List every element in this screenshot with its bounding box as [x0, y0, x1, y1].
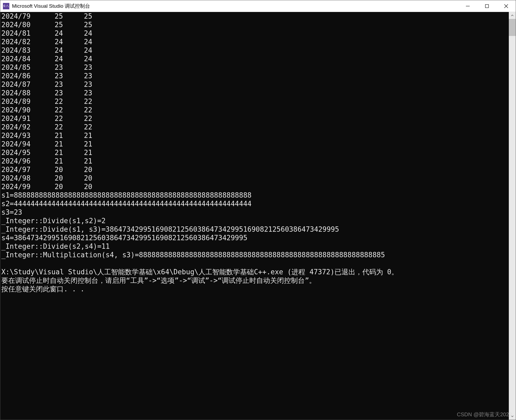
- table-row: 2024/932121: [1, 131, 508, 140]
- maximize-button[interactable]: [477, 0, 497, 12]
- minimize-icon: [466, 4, 470, 8]
- table-row: 2024/882323: [1, 89, 508, 97]
- date-cell: 2024/95: [1, 148, 55, 157]
- table-row: 2024/832424: [1, 46, 508, 55]
- scrollbar-thumb[interactable]: [509, 19, 516, 36]
- date-cell: 2024/91: [1, 114, 55, 123]
- table-row: 2024/942121: [1, 140, 508, 148]
- value-cell: 22: [55, 106, 84, 114]
- value-cell: 24: [55, 29, 84, 38]
- console-area: 2024/7925252024/8025252024/8124242024/82…: [0, 12, 516, 420]
- value-cell: 25: [84, 21, 103, 29]
- value-cell: 20: [84, 182, 103, 191]
- value-cell: 23: [55, 89, 84, 97]
- date-cell: 2024/81: [1, 29, 55, 38]
- date-cell: 2024/99: [1, 182, 55, 191]
- date-cell: 2024/82: [1, 38, 55, 46]
- line-s3: s3=23: [1, 208, 22, 216]
- value-cell: 22: [55, 114, 84, 123]
- table-row: 2024/852323: [1, 63, 508, 72]
- value-cell: 25: [55, 12, 84, 21]
- date-cell: 2024/86: [1, 72, 55, 80]
- value-cell: 21: [84, 140, 103, 148]
- value-cell: 22: [84, 114, 103, 123]
- minimize-button[interactable]: [458, 0, 477, 12]
- value-cell: 20: [55, 174, 84, 182]
- value-cell: 21: [55, 148, 84, 157]
- date-cell: 2024/94: [1, 140, 55, 148]
- value-cell: 22: [84, 97, 103, 106]
- value-cell: 22: [84, 106, 103, 114]
- close-button[interactable]: [497, 0, 516, 12]
- value-cell: 24: [55, 55, 84, 63]
- value-cell: 23: [84, 89, 103, 97]
- table-row: 2024/802525: [1, 21, 508, 29]
- date-cell: 2024/84: [1, 55, 55, 63]
- line-div3: _Integer::Divide(s2,s4)=11: [1, 242, 110, 250]
- table-row: 2024/902222: [1, 106, 508, 114]
- table-row: 2024/872323: [1, 80, 508, 89]
- date-cell: 2024/87: [1, 80, 55, 89]
- line-s1: s1=8888888888888888888888888888888888888…: [1, 191, 251, 199]
- line-hint: 要在调试停止时自动关闭控制台，请启用“工具”->“选项”->“调试”->“调试停…: [1, 276, 316, 284]
- date-cell: 2024/97: [1, 165, 55, 174]
- value-cell: 20: [55, 165, 84, 174]
- date-cell: 2024/83: [1, 46, 55, 55]
- app-window: C:\ Microsoft Visual Studio 调试控制台 2024/7…: [0, 0, 516, 420]
- svg-rect-1: [485, 5, 489, 8]
- console-output[interactable]: 2024/7925252024/8025252024/8124242024/82…: [0, 12, 509, 420]
- value-cell: 24: [84, 46, 103, 55]
- value-cell: 24: [55, 38, 84, 46]
- value-cell: 23: [84, 80, 103, 89]
- line-press: 按任意键关闭此窗口. . .: [1, 285, 84, 293]
- date-cell: 2024/80: [1, 21, 55, 29]
- table-row: 2024/982020: [1, 174, 508, 182]
- line-exit: X:\Study\Visual Studio\人工智能数学基础\x64\Debu…: [1, 268, 398, 276]
- table-row: 2024/922222: [1, 123, 508, 131]
- date-cell: 2024/90: [1, 106, 55, 114]
- value-cell: 25: [84, 12, 103, 21]
- chevron-up-icon: [511, 14, 514, 17]
- table-row: 2024/972020: [1, 165, 508, 174]
- value-cell: 23: [55, 80, 84, 89]
- line-s4: s4=3864734299516908212560386473429951690…: [1, 234, 247, 242]
- value-cell: 22: [55, 123, 84, 131]
- value-cell: 24: [84, 29, 103, 38]
- date-cell: 2024/85: [1, 63, 55, 72]
- title-bar[interactable]: C:\ Microsoft Visual Studio 调试控制台: [0, 0, 516, 12]
- value-cell: 23: [84, 72, 103, 80]
- value-cell: 20: [84, 165, 103, 174]
- value-cell: 20: [55, 182, 84, 191]
- value-cell: 23: [55, 72, 84, 80]
- vertical-scrollbar[interactable]: [509, 12, 516, 420]
- table-row: 2024/962121: [1, 157, 508, 165]
- scroll-up-button[interactable]: [509, 12, 516, 19]
- maximize-icon: [485, 4, 489, 8]
- window-title: Microsoft Visual Studio 调试控制台: [12, 3, 90, 10]
- value-cell: 24: [84, 38, 103, 46]
- value-cell: 24: [84, 55, 103, 63]
- value-cell: 21: [84, 131, 103, 140]
- table-row: 2024/822424: [1, 38, 508, 46]
- table-row: 2024/812424: [1, 29, 508, 38]
- date-cell: 2024/79: [1, 12, 55, 21]
- date-cell: 2024/89: [1, 97, 55, 106]
- date-cell: 2024/88: [1, 89, 55, 97]
- value-cell: 21: [55, 131, 84, 140]
- date-cell: 2024/92: [1, 123, 55, 131]
- date-cell: 2024/98: [1, 174, 55, 182]
- line-div1: _Integer::Divide(s1,s2)=2: [1, 217, 105, 225]
- value-cell: 21: [84, 157, 103, 165]
- watermark: CSDN @碧海蓝天2022: [457, 411, 512, 418]
- value-cell: 22: [55, 97, 84, 106]
- table-row: 2024/992020: [1, 182, 508, 191]
- value-cell: 23: [84, 63, 103, 72]
- value-cell: 25: [55, 21, 84, 29]
- line-s2: s2=4444444444444444444444444444444444444…: [1, 200, 251, 208]
- date-cell: 2024/93: [1, 131, 55, 140]
- close-icon: [504, 4, 509, 9]
- value-cell: 21: [55, 157, 84, 165]
- table-row: 2024/892222: [1, 97, 508, 106]
- value-cell: 20: [84, 174, 103, 182]
- value-cell: 22: [84, 123, 103, 131]
